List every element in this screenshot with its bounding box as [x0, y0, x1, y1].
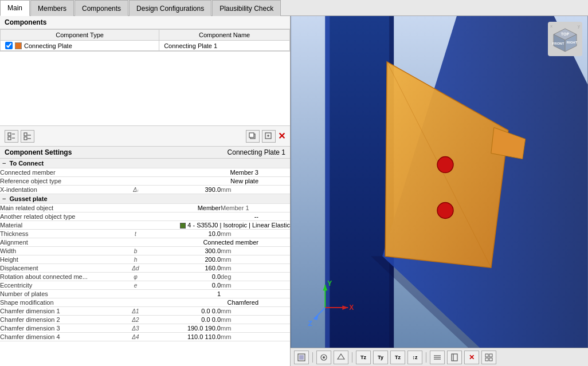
properties-table: − To Connect Connected member Member 3 R… [0, 159, 290, 341]
prop-symbol [126, 298, 145, 307]
prop-value: 0.0 0.0 [145, 316, 221, 324]
prop-row-chamfer4: Chamfer dimension 4 Δ4 110.0 110.0 mm [0, 333, 290, 341]
tab-design-configurations[interactable]: Design Configurations [129, 0, 211, 16]
prop-symbol [126, 221, 145, 230]
prop-label: Rotation about connected me... [0, 273, 126, 281]
duplicate-button[interactable] [246, 130, 260, 143]
vp-divider-1 [312, 352, 313, 363]
prop-symbol [126, 290, 145, 298]
prop-symbol: Δ4 [126, 333, 145, 341]
nav-cube[interactable]: TOP FRONT RIGHT y x [548, 22, 582, 56]
section-toggle-gusset[interactable]: − [2, 195, 6, 202]
tab-members[interactable]: Members [30, 0, 74, 16]
delete-button[interactable]: ✕ [278, 131, 285, 141]
prop-row-rotation: Rotation about connected me... φ 0.0 deg [0, 273, 290, 281]
settings-title: Component Settings [5, 148, 72, 156]
svg-point-24 [437, 202, 453, 218]
vp-btn-tz[interactable]: Tz [356, 351, 371, 364]
prop-row-height: Height h 200.0 mm [0, 255, 290, 264]
col-header-type: Component Type [1, 30, 159, 41]
prop-row-ref-object-type: Reference object type New plate [0, 177, 290, 186]
prop-value: 300.0 [145, 247, 221, 255]
prop-value: Connected member [145, 238, 258, 247]
viewport-panel[interactable]: Y X Z [291, 16, 588, 366]
prop-label: Thickness [0, 230, 126, 238]
prop-unit: mm [221, 186, 258, 194]
svg-rect-0 [8, 133, 11, 136]
svg-rect-56 [485, 358, 488, 361]
add-button[interactable] [262, 130, 276, 143]
prop-unit: mm [221, 230, 258, 238]
tab-plausibility-check[interactable]: Plausibility Check [212, 0, 281, 16]
prop-label: Chamfer dimension 1 [0, 307, 126, 316]
prop-symbol [126, 212, 145, 221]
prop-row-connected-member: Connected member Member 3 [0, 168, 290, 177]
prop-symbol: φ [126, 273, 145, 281]
prop-value: 10.0 [145, 230, 221, 238]
vp-btn-frame[interactable] [294, 351, 309, 364]
prop-symbol: b [126, 247, 145, 255]
section-toggle-to-connect[interactable]: − [2, 160, 6, 167]
components-body: Component Type Component Name Connecting… [0, 29, 290, 51]
prop-value: 0.0 0.0 [145, 307, 221, 316]
component-color-swatch [15, 42, 22, 49]
toolbar-right: ✕ [246, 130, 285, 143]
components-list-area [0, 52, 290, 126]
section-gusset-plate[interactable]: − Gusset plate [0, 194, 290, 204]
tab-components[interactable]: Components [75, 0, 128, 16]
prop-row-material: Material 4 - S355J0 | Isotropic | Linear… [0, 221, 290, 230]
vp-btn-grid[interactable] [481, 351, 496, 364]
prop-row-displacement: Displacement Δd 160.0 mm [0, 264, 290, 273]
prop-row-chamfer1: Chamfer dimension 1 Δ1 0.0 0.0 mm [0, 307, 290, 316]
prop-label: Another related object type [0, 212, 126, 221]
svg-text:y: y [578, 23, 580, 29]
settings-header: Component Settings Connecting Plate 1 [0, 147, 290, 159]
components-header: Components [0, 16, 290, 29]
left-panel: Components Component Type Component Name [0, 16, 291, 366]
prop-value: 4 - S355J0 | Isotropic | Linear Elastic [145, 221, 290, 230]
prop-unit: mm [221, 333, 258, 341]
properties-panel[interactable]: − To Connect Connected member Member 3 R… [0, 159, 290, 366]
vp-btn-wireframe[interactable] [334, 351, 348, 364]
prop-symbol [126, 168, 145, 177]
prop-unit: mm [221, 264, 258, 273]
toolbar-left [5, 130, 34, 143]
toolbar-btn-1[interactable] [5, 130, 18, 143]
svg-rect-52 [452, 354, 457, 361]
tab-bar: Main Members Components Design Configura… [0, 0, 588, 16]
toolbar-btn-2[interactable] [21, 130, 34, 143]
svg-rect-1 [8, 137, 11, 140]
prop-row-chamfer3: Chamfer dimension 3 Δ3 190.0 190.0 mm [0, 324, 290, 333]
vp-btn-tz2[interactable]: Tz [390, 351, 405, 364]
prop-value: 190.0 190.0 [145, 324, 221, 333]
vp-btn-close-view[interactable]: ✕ [464, 351, 479, 364]
section-to-connect[interactable]: − To Connect [0, 159, 290, 168]
prop-symbol [126, 238, 145, 247]
svg-rect-5 [24, 137, 27, 140]
component-checkbox[interactable] [5, 42, 13, 49]
prop-value: 110.0 110.0 [145, 333, 221, 341]
vp-divider-2 [352, 352, 352, 363]
prop-value: 1 [145, 290, 221, 298]
prop-symbol [126, 204, 145, 212]
vp-btn-ty[interactable]: Ty [373, 351, 388, 364]
prop-value: 390.0 [145, 186, 221, 194]
vp-btn-book[interactable] [447, 351, 462, 364]
component-type-cell: Connecting Plate [1, 41, 159, 51]
vp-btn-layers[interactable] [430, 351, 445, 364]
prop-label: Eccentricity [0, 281, 126, 290]
svg-text:RIGHT: RIGHT [567, 41, 578, 44]
tab-main[interactable]: Main [0, 0, 30, 16]
prop-value: 200.0 [145, 255, 221, 264]
vp-btn-tz-down[interactable]: ↕z [407, 351, 422, 364]
component-name-cell[interactable]: Connecting Plate 1 [159, 41, 290, 51]
prop-value: 0.0 [145, 281, 221, 290]
vp-btn-render[interactable] [316, 351, 331, 364]
prop-symbol: Δᵢ [126, 186, 145, 194]
svg-rect-55 [489, 354, 492, 357]
3d-viewport[interactable]: Y X Z [291, 16, 588, 348]
components-table: Component Type Component Name Connecting… [0, 29, 290, 51]
svg-rect-45 [299, 355, 304, 360]
svg-text:X: X [349, 304, 354, 312]
prop-symbol: Δ2 [126, 316, 145, 324]
